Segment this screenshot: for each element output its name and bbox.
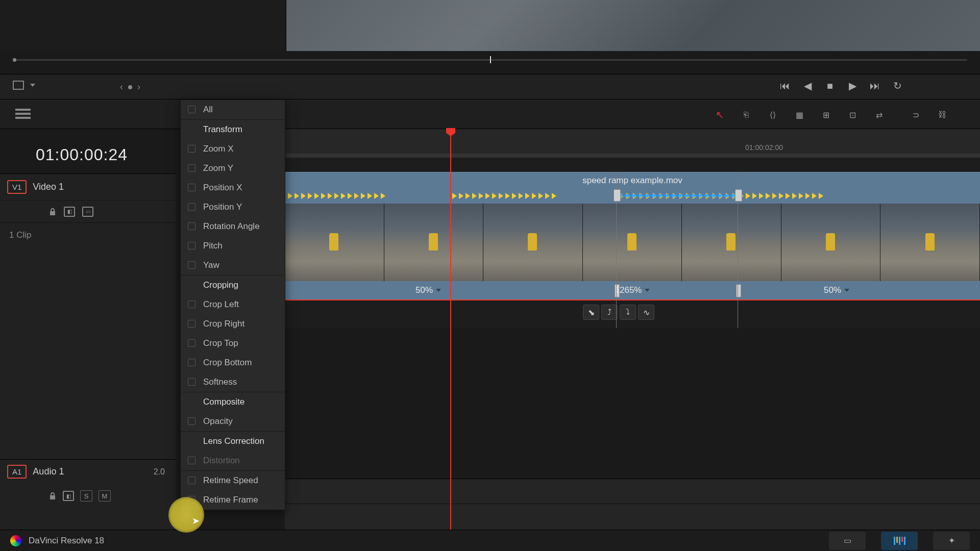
audio-track-name: Audio 1 <box>33 466 64 477</box>
clip-title: speed ramp example.mov <box>285 172 980 188</box>
video-track-badge[interactable]: V1 <box>7 180 27 194</box>
timecode-display: 01:00:00:24 <box>0 133 181 173</box>
menu-crop-left[interactable]: Crop Left <box>181 295 285 314</box>
audio-track-controls: ◧ S M <box>0 485 176 507</box>
snap-icon[interactable]: ⊃ <box>909 108 923 122</box>
speed-pct-2: 1265% <box>615 285 642 295</box>
loop-button[interactable]: ↻ <box>891 80 903 92</box>
menu-softness[interactable]: Softness <box>181 372 285 392</box>
menu-composite-header: Composite <box>181 392 285 412</box>
page-tab-edit[interactable] <box>881 532 918 550</box>
page-tab-fusion[interactable]: ✦ <box>933 532 970 550</box>
menu-crop-right[interactable]: Crop Right <box>181 314 285 334</box>
ease-in-button[interactable]: ⤴ <box>601 305 618 320</box>
timeline-tools-row: ↖ ⎗ ⟨⟩ ▦ ⊞ ⊡ ⇄ ⊃ ⛓ <box>0 99 980 129</box>
auto-select-icon[interactable]: ◧ <box>64 207 75 217</box>
track-visible-icon[interactable]: ▭ <box>82 207 93 217</box>
timeline-view-icon[interactable] <box>15 109 31 119</box>
lock-icon[interactable] <box>48 492 57 500</box>
viewer-scrubber[interactable] <box>8 55 972 65</box>
mute-button[interactable]: M <box>99 490 111 502</box>
video-track-controls: ◧ ▭ <box>0 201 176 223</box>
step-back-button[interactable]: ◀ <box>801 80 814 92</box>
timecode-value[interactable]: 01:00:00:24 <box>36 145 128 164</box>
next-arrow-icon[interactable]: › <box>137 82 140 92</box>
audio-track-lane[interactable] <box>285 479 980 530</box>
curve-ease-buttons: ⬊ ⤴ ⤵ ∿ <box>583 305 654 320</box>
menu-rotation[interactable]: Rotation Angle <box>181 217 285 236</box>
chevron-down-icon[interactable] <box>844 289 849 292</box>
video-clip[interactable]: speed ramp example.mov <box>285 172 980 300</box>
menu-transform-header: Transform <box>181 119 285 139</box>
selection-tool-icon[interactable]: ↖ <box>713 108 727 122</box>
video-track-name: Video 1 <box>33 182 64 192</box>
ease-out-button[interactable]: ⤵ <box>620 305 636 320</box>
audio-track-header[interactable]: A1 Audio 1 2.0 <box>0 459 176 484</box>
skip-back-button[interactable]: ⏮ <box>779 80 791 92</box>
trim-tool-icon[interactable]: ⎗ <box>739 108 753 122</box>
blade-tool-icon[interactable]: ▦ <box>792 108 806 122</box>
transport-bar: ‹ › ⏮ ◀ ■ ▶ ⏭ ↻ <box>0 74 980 99</box>
page-tab-cut[interactable]: ▭ <box>829 532 866 550</box>
menu-opacity[interactable]: Opacity <box>181 412 285 431</box>
menu-yaw[interactable]: Yaw <box>181 256 285 275</box>
auto-select-icon[interactable]: ◧ <box>63 491 74 501</box>
crop-tool-icon[interactable] <box>13 81 24 90</box>
menu-position-x[interactable]: Position X <box>181 178 285 197</box>
timeline-ruler[interactable]: 01:00:02:00 <box>285 129 980 155</box>
playhead[interactable] <box>450 129 451 530</box>
clip-thumbnails <box>285 204 980 281</box>
speed-handle[interactable] <box>614 189 621 202</box>
clip-count-label: 1 Clip <box>0 223 176 247</box>
speed-handle[interactable] <box>735 189 742 202</box>
speed-pct-3: 50% <box>824 285 841 295</box>
app-name-label: DaVinci Resolve 18 <box>29 536 104 546</box>
audio-channel-value: 2.0 <box>154 467 165 477</box>
ease-linear-button[interactable]: ⬊ <box>583 305 599 320</box>
speed-pct-1: 50% <box>415 285 433 295</box>
menu-distortion: Distortion <box>181 451 285 470</box>
menu-pitch[interactable]: Pitch <box>181 236 285 256</box>
cursor-pointer-icon: ➤ <box>192 515 200 527</box>
solo-button[interactable]: S <box>80 490 92 502</box>
chevron-down-icon[interactable] <box>30 84 35 87</box>
chevron-down-icon[interactable] <box>436 289 441 292</box>
link-icon[interactable]: ⛓ <box>935 108 949 122</box>
lock-icon[interactable] <box>48 208 57 216</box>
app-logo-icon <box>10 535 21 546</box>
cursor-highlight <box>168 497 204 533</box>
dynamic-trim-icon[interactable]: ⟨⟩ <box>766 108 780 122</box>
menu-lens-header: Lens Correction <box>181 431 285 451</box>
menu-zoom-x[interactable]: Zoom X <box>181 139 285 159</box>
speed-indicator-bar <box>285 188 980 204</box>
menu-position-y[interactable]: Position Y <box>181 197 285 217</box>
speed-percentage-bar[interactable]: 50% 1265% 50% <box>285 281 980 300</box>
status-bar: DaVinci Resolve 18 ▭ ✦ <box>0 530 980 551</box>
play-button[interactable]: ▶ <box>846 80 859 92</box>
ruler-timestamp: 01:00:02:00 <box>745 143 783 152</box>
insert-tool-icon[interactable]: ⊞ <box>819 108 833 122</box>
stop-button[interactable]: ■ <box>824 80 836 92</box>
timeline[interactable]: 01:00:02:00 speed ramp example.mov <box>285 129 980 530</box>
menu-zoom-y[interactable]: Zoom Y <box>181 159 285 178</box>
nav-dot <box>128 85 132 89</box>
menu-cropping-header: Cropping <box>181 275 285 295</box>
chevron-down-icon[interactable] <box>645 289 650 292</box>
video-track-header[interactable]: V1 Video 1 <box>0 174 176 201</box>
menu-all[interactable]: All <box>181 100 285 119</box>
track-headers-panel: V1 Video 1 ◧ ▭ 1 Clip A1 Audio 1 2.0 ◧ S… <box>0 173 176 530</box>
menu-retime-speed[interactable]: Retime Speed <box>181 470 285 490</box>
audio-track-badge[interactable]: A1 <box>7 465 27 479</box>
video-track-lane[interactable]: speed ramp example.mov <box>285 172 980 300</box>
menu-crop-top[interactable]: Crop Top <box>181 334 285 353</box>
prev-arrow-icon[interactable]: ‹ <box>120 82 123 92</box>
curve-parameter-menu: All Transform Zoom X Zoom Y Position X P… <box>180 99 285 510</box>
viewer-left-blank <box>0 0 286 51</box>
skip-forward-button[interactable]: ⏭ <box>869 80 881 92</box>
replace-tool-icon[interactable]: ⇄ <box>872 108 886 122</box>
overwrite-tool-icon[interactable]: ⊡ <box>845 108 860 122</box>
ease-custom-button[interactable]: ∿ <box>638 305 654 320</box>
menu-crop-bottom[interactable]: Crop Bottom <box>181 353 285 372</box>
preview-viewer[interactable] <box>286 0 980 51</box>
